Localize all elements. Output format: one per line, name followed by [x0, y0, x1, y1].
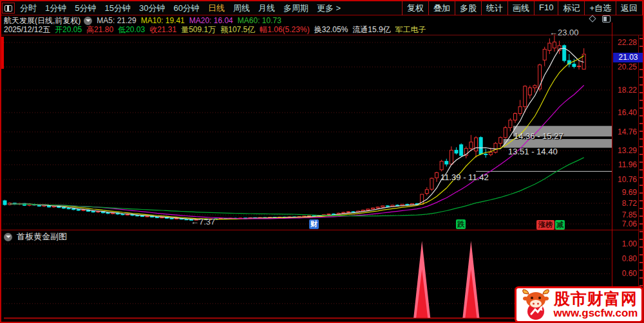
svg-text:8.72: 8.72 — [622, 199, 638, 208]
svg-text:0.80: 0.80 — [622, 254, 638, 263]
svg-text:11.96: 11.96 — [618, 160, 637, 169]
annotation-high: ←23.00 — [549, 28, 579, 37]
badge-cai: 财 — [309, 219, 319, 229]
svg-text:20.25: 20.25 — [618, 62, 637, 71]
svg-text:13.29: 13.29 — [618, 146, 637, 155]
trading-app-window: 分时1分钟5分钟15分钟30分钟60分钟日线周线月线多周期更多 > 复权叠加多股… — [0, 0, 644, 323]
badge-zhangbang: 涨榜 — [536, 220, 554, 230]
candles — [3, 34, 585, 221]
svg-text:7.85: 7.85 — [622, 210, 638, 219]
chevron-down-circle-icon[interactable] — [4, 233, 12, 241]
candlestick-chart[interactable]: 22.2820.2518.2216.4014.7613.2911.9610.76… — [1, 1, 644, 323]
current-price-tag: 21.03 — [613, 53, 643, 62]
svg-text:9.69: 9.69 — [622, 188, 638, 197]
svg-text:10.76: 10.76 — [618, 175, 637, 184]
svg-text:18.22: 18.22 — [618, 86, 637, 95]
annotation-zone1: 14.36 - 15.27 — [514, 131, 564, 141]
left-scroll-accent — [1, 37, 4, 69]
logo-name: 股市财富网 — [554, 290, 638, 307]
logo-url: www.gscfw.com — [554, 307, 638, 319]
bull-mascot-icon — [519, 288, 553, 322]
svg-text:16.40: 16.40 — [618, 108, 637, 117]
subchart-header: 首板黄金副图 — [4, 231, 67, 243]
badge-die: 跌 — [456, 219, 466, 229]
svg-text:14.76: 14.76 — [618, 127, 637, 136]
svg-text:7.06: 7.06 — [622, 219, 638, 228]
badge-jian: 减 — [555, 220, 565, 230]
annotation-gap: 11.39 - 11.42 — [440, 172, 489, 182]
annotation-low: ←7.37 — [191, 217, 215, 226]
site-logo: 股市财富网 www.gscfw.com — [515, 286, 643, 323]
annotation-zone2: 13.51 - 14.40 — [508, 147, 558, 156]
axis-labels: 22.2820.2518.2216.4014.7613.2911.9610.76… — [618, 38, 637, 278]
svg-text:0.60: 0.60 — [622, 269, 638, 278]
svg-text:1.00: 1.00 — [622, 239, 638, 248]
ma-lines — [10, 48, 584, 219]
svg-text:22.28: 22.28 — [618, 38, 637, 47]
subchart-title: 首板黄金副图 — [17, 231, 67, 243]
